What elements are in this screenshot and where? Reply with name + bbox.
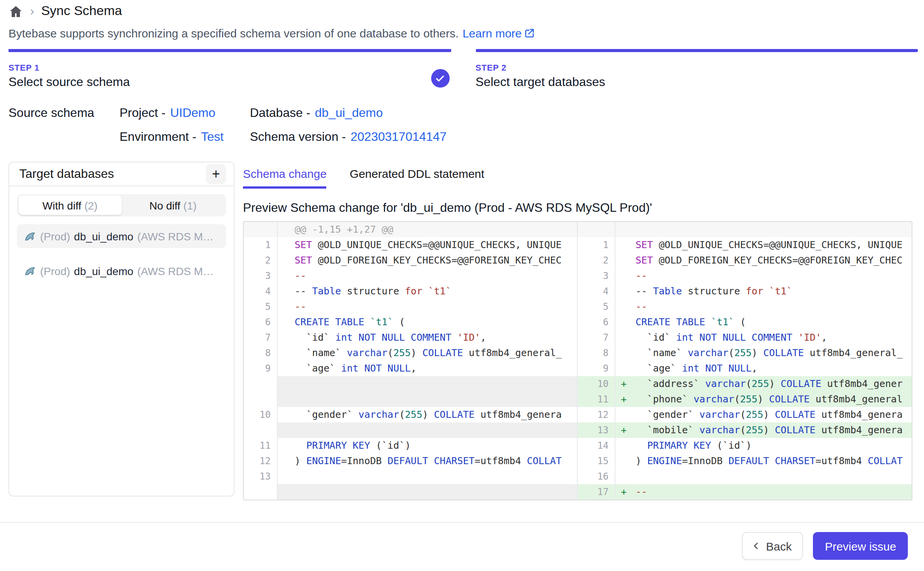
line-number: 2: [244, 253, 278, 268]
diff-row: 12 `gender` varchar(255) COLLATE utf8mb4…: [578, 407, 912, 422]
learn-more-link[interactable]: Learn more: [462, 27, 535, 40]
plus-icon: +: [212, 165, 220, 183]
schema-diff-viewer[interactable]: @@ -1,15 +1,27 @@1SET @OLD_UNIQUE_CHECKS…: [243, 221, 912, 500]
diff-row: [244, 392, 577, 407]
diff-filter-tabs: With diff (2) No diff (1): [17, 194, 226, 216]
db-name: db_ui_demo: [74, 230, 133, 242]
project-link[interactable]: UIDemo: [170, 106, 215, 119]
diff-row: 2SET @OLD_FOREIGN_KEY_CHECKS=@@FOREIGN_K…: [578, 253, 912, 268]
database-link[interactable]: db_ui_demo: [315, 106, 383, 119]
tab-no-diff-count: (1): [184, 199, 197, 211]
preview-issue-button[interactable]: Preview issue: [813, 532, 908, 560]
code-line: ) ENGINE=InnoDB DEFAULT CHARSET=utf8mb4 …: [636, 453, 912, 469]
db-name: db_ui_demo: [74, 265, 133, 277]
schema-version-label: Schema version -: [250, 130, 346, 143]
environment-link[interactable]: Test: [201, 130, 224, 143]
line-number: 14: [578, 438, 615, 453]
home-icon[interactable]: [8, 4, 23, 19]
project-field: Project -UIDemo: [120, 106, 250, 120]
target-database-list: (Prod)db_ui_demo(AWS RDS MySQL Prod)(Pro…: [17, 224, 226, 283]
mysql-icon: [24, 230, 36, 242]
code-line: `phone` varchar(255) COLLATE utf8mb4_gen…: [636, 392, 912, 407]
line-number: [244, 222, 278, 237]
diff-marker: [615, 407, 636, 422]
code-line: [636, 469, 912, 484]
diff-marker: +: [615, 392, 636, 407]
diff-row: 1SET @OLD_UNIQUE_CHECKS=@@UNIQUE_CHECKS,…: [244, 237, 577, 253]
code-line: [278, 422, 577, 438]
hunk-header: [636, 222, 912, 237]
db-instance: (AWS RDS MySQL Prod): [137, 265, 219, 277]
target-database-item[interactable]: (Prod)db_ui_demo(AWS RDS MySQL Prod): [17, 224, 226, 248]
back-button[interactable]: Back: [742, 532, 803, 560]
add-target-database-button[interactable]: +: [206, 164, 226, 184]
diff-row: 10 `gender` varchar(255) COLLATE utf8mb4…: [244, 407, 577, 422]
line-number: 16: [578, 469, 615, 484]
source-schema-label: Source schema: [8, 106, 120, 144]
mysql-icon: [24, 265, 36, 277]
code-line: --: [636, 299, 912, 314]
line-number: [244, 484, 278, 500]
line-number: 11: [244, 438, 278, 453]
code-line: [278, 376, 577, 392]
code-line: --: [278, 299, 577, 314]
code-line: [278, 469, 577, 484]
diff-row: 1SET @OLD_UNIQUE_CHECKS=@@UNIQUE_CHECKS,…: [578, 237, 912, 253]
code-line: `gender` varchar(255) COLLATE utf8mb4_ge…: [636, 407, 912, 422]
line-number: 3: [578, 268, 615, 284]
line-number: 15: [578, 453, 615, 469]
diff-row: 8 `name` varchar(255) COLLATE utf8mb4_ge…: [578, 345, 912, 361]
diff-row: 13+ `mobile` varchar(255) COLLATE utf8mb…: [578, 422, 912, 438]
diff-row: 4-- Table structure for `t1`: [244, 284, 577, 299]
diff-marker: [615, 345, 636, 361]
line-number: 13: [244, 469, 278, 484]
diff-row: 6CREATE TABLE `t1` (: [578, 314, 912, 330]
line-number: 5: [244, 299, 278, 314]
line-number: 6: [244, 314, 278, 330]
diff-row: 10+ `address` varchar(255) COLLATE utf8m…: [578, 376, 912, 392]
schema-version-link[interactable]: 20230317014147: [351, 130, 447, 143]
source-schema-summary: Source schema Project -UIDemo Environmen…: [8, 106, 924, 144]
diff-row: 13: [244, 469, 577, 484]
schema-version-field: Schema version -20230317014147: [250, 130, 447, 144]
line-number: 7: [244, 330, 278, 345]
tab-no-diff[interactable]: No diff (1): [121, 196, 224, 215]
code-line: `age` int NOT NULL,: [278, 361, 577, 376]
line-number: 8: [244, 345, 278, 361]
external-link-icon: [525, 28, 535, 38]
tab-schema-change[interactable]: Schema change: [243, 167, 327, 189]
diff-marker: [615, 284, 636, 299]
project-label: Project -: [120, 106, 165, 119]
tab-with-diff[interactable]: With diff (2): [19, 196, 121, 215]
tab-with-diff-count: (2): [84, 199, 98, 211]
diff-row: 6CREATE TABLE `t1` (: [244, 314, 577, 330]
tab-no-diff-label: No diff: [149, 199, 180, 211]
diff-row: 11+ `phone` varchar(255) COLLATE utf8mb4…: [578, 392, 912, 407]
line-number: 10: [578, 376, 615, 392]
code-line: -- Table structure for `t1`: [278, 284, 577, 299]
hunk-header: @@ -1,15 +1,27 @@: [278, 222, 577, 237]
diff-marker: [615, 222, 636, 237]
code-line: SET @OLD_FOREIGN_KEY_CHECKS=@@FOREIGN_KE…: [636, 253, 912, 268]
diff-row: 4-- Table structure for `t1`: [578, 284, 912, 299]
diff-marker: [615, 314, 636, 330]
tab-generated-ddl[interactable]: Generated DDL statement: [350, 167, 484, 189]
line-number: 6: [578, 314, 615, 330]
target-database-item[interactable]: (Prod)db_ui_demo(AWS RDS MySQL Prod): [17, 259, 226, 283]
back-button-label: Back: [766, 539, 792, 552]
intro-text: Bytebase supports synchronizing a specif…: [8, 27, 459, 40]
database-label: Database -: [250, 106, 310, 119]
sync-schema-page: › Sync Schema Bytebase supports synchron…: [0, 3, 924, 571]
code-line: --: [636, 484, 912, 500]
step-1-label: STEP 1: [8, 63, 451, 72]
diff-marker: +: [615, 376, 636, 392]
diff-row: 11 PRIMARY KEY (`id`): [244, 438, 577, 453]
diff-row: 16: [578, 469, 912, 484]
line-number: 17: [578, 484, 615, 500]
db-instance: (AWS RDS MySQL Prod): [137, 230, 219, 242]
line-number: 10: [244, 407, 278, 422]
db-environment: (Prod): [40, 265, 70, 277]
line-number: 12: [244, 453, 278, 469]
diff-row: 7 `id` int NOT NULL COMMENT 'ID',: [244, 330, 577, 345]
diff-marker: [615, 268, 636, 284]
